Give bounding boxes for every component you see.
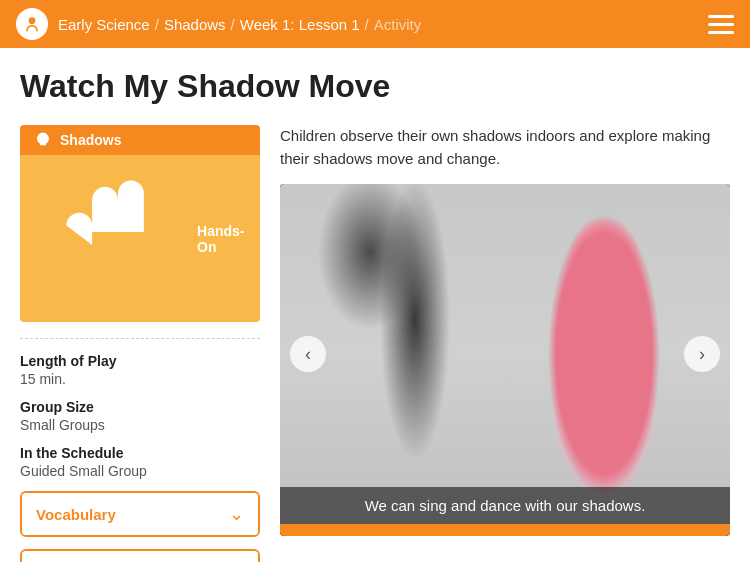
activity-description: Children observe their own shadows indoo…	[280, 125, 730, 170]
tag-shadows: Shadows	[20, 125, 260, 155]
meta-length-value: 15 min.	[20, 371, 260, 387]
carousel-orange-bar	[280, 524, 730, 536]
content-area: Shadows Hands-On Length of Play 15 min. …	[20, 125, 730, 562]
hamburger-line3	[708, 31, 734, 34]
carousel-image: ‹ We can sing and dance with our shadows…	[280, 184, 730, 524]
hamburger-line2	[708, 23, 734, 26]
breadcrumb-sep3: /	[365, 16, 369, 33]
breadcrumb-sep1: /	[155, 16, 159, 33]
meta-length-label: Length of Play	[20, 353, 260, 369]
breadcrumb-shadows[interactable]: Shadows	[164, 16, 226, 33]
meta-group: Group Size Small Groups	[20, 399, 260, 433]
header-left: Early Science / Shadows / Week 1: Lesson…	[16, 8, 421, 40]
meta-group-label: Group Size	[20, 399, 260, 415]
carousel-prev-button[interactable]: ‹	[290, 336, 326, 372]
breadcrumb-lesson[interactable]: Week 1: Lesson 1	[240, 16, 360, 33]
header: Early Science / Shadows / Week 1: Lesson…	[0, 0, 750, 48]
carousel-next-button[interactable]: ›	[684, 336, 720, 372]
tag-handson-label: Hands-On	[197, 223, 246, 255]
tag-shadows-label: Shadows	[60, 132, 121, 148]
metadata-section: Length of Play 15 min. Group Size Small …	[20, 338, 260, 479]
carousel-caption: We can sing and dance with our shadows.	[280, 487, 730, 524]
tag-handson: Hands-On	[20, 155, 260, 322]
logo-icon	[16, 8, 48, 40]
image-carousel: ‹ We can sing and dance with our shadows…	[280, 184, 730, 536]
hamburger-line1	[708, 15, 734, 18]
learning-goals-accordion-header[interactable]: Learning Goals ⌃	[22, 551, 258, 562]
meta-group-value: Small Groups	[20, 417, 260, 433]
svg-point-0	[29, 17, 36, 24]
main-content: Children observe their own shadows indoo…	[280, 125, 730, 562]
breadcrumb-sep2: /	[231, 16, 235, 33]
hamburger-menu[interactable]	[708, 15, 734, 34]
meta-schedule-label: In the Schedule	[20, 445, 260, 461]
breadcrumb-early-science[interactable]: Early Science	[58, 16, 150, 33]
vocabulary-accordion: Vocabulary ⌄	[20, 491, 260, 537]
breadcrumb: Early Science / Shadows / Week 1: Lesson…	[58, 16, 421, 33]
meta-schedule-value: Guided Small Group	[20, 463, 260, 479]
learning-goals-accordion: Learning Goals ⌃ Understand that a shado…	[20, 549, 260, 562]
vocabulary-title: Vocabulary	[36, 506, 116, 523]
page-title: Watch My Shadow Move	[20, 68, 730, 105]
tags-section: Shadows Hands-On	[20, 125, 260, 322]
breadcrumb-current: Activity	[374, 16, 422, 33]
meta-length: Length of Play 15 min.	[20, 353, 260, 387]
page-content: Watch My Shadow Move Shadows Hands-On	[0, 48, 750, 562]
meta-schedule: In the Schedule Guided Small Group	[20, 445, 260, 479]
sidebar: Shadows Hands-On Length of Play 15 min. …	[20, 125, 260, 562]
vocabulary-chevron-icon: ⌄	[229, 503, 244, 525]
vocabulary-accordion-header[interactable]: Vocabulary ⌄	[22, 493, 258, 535]
